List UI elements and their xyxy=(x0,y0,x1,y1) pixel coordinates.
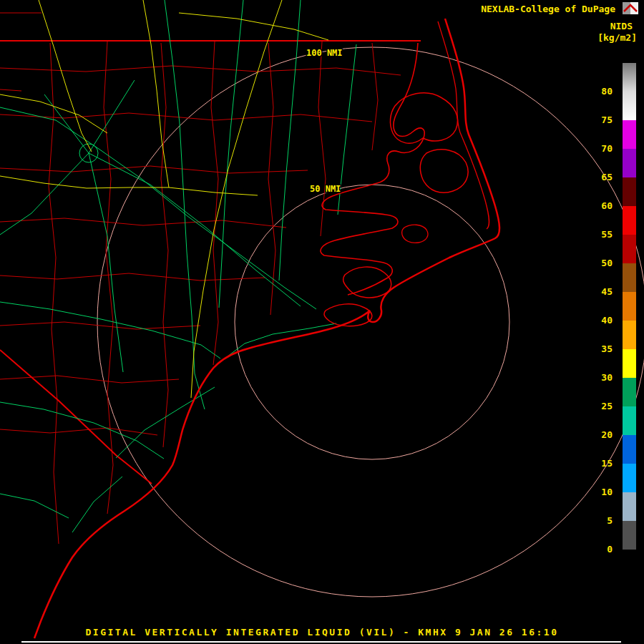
range-ring-label-50: 50 NMI xyxy=(310,184,341,194)
colorbar-segment-10-15 xyxy=(623,464,636,492)
brand-text: NEXLAB-College of DuPage xyxy=(481,4,615,14)
colorbar-tick-15: 15 xyxy=(601,458,613,469)
county-borders xyxy=(0,13,401,544)
sound-west-shore xyxy=(321,43,424,295)
colorbar-segment-25-30 xyxy=(623,378,636,406)
colorbar-tick-55: 55 xyxy=(601,229,613,240)
colorbar-segment-30-35 xyxy=(623,349,636,378)
radar-map: 100 NMI 50 NMI xyxy=(0,0,644,644)
colorbar-tick-40: 40 xyxy=(601,315,613,326)
product-title: DIGITAL VERTICALLY INTEGRATED LIQUID (VI… xyxy=(0,627,644,638)
footer-divider xyxy=(21,641,621,643)
colorbar-tick-80: 80 xyxy=(601,86,613,97)
sound-island-3 xyxy=(343,267,391,298)
colorbar-tick-70: 70 xyxy=(601,143,613,155)
colorbar-tick-65: 65 xyxy=(601,172,613,183)
colorbar-segment-15-20 xyxy=(623,435,636,464)
colorbar-segment-45-50 xyxy=(623,263,636,292)
state-border-southwest xyxy=(0,350,152,484)
colorbar-tick-10: 10 xyxy=(601,487,613,498)
colorbar-tick-20: 20 xyxy=(601,429,613,441)
colorbar-segment-20-25 xyxy=(623,406,636,435)
colorbar-tick-50: 50 xyxy=(601,258,613,269)
colorbar-segment-40-45 xyxy=(623,292,636,321)
product-label: NIDS xyxy=(610,21,633,31)
colorbar-tick-35: 35 xyxy=(601,343,613,355)
nexlab-flag-icon xyxy=(623,2,638,14)
units-label: [kg/m2] xyxy=(597,32,637,43)
state-borders xyxy=(0,41,421,484)
colorbar-segment-65-70 xyxy=(623,149,636,177)
colorbar-segment-0-5 xyxy=(623,521,636,550)
colorbar-tick-75: 75 xyxy=(601,114,613,126)
colorbar-tick-5: 5 xyxy=(607,515,613,527)
sound-island-2 xyxy=(420,150,468,192)
colorbar-segment-50-55 xyxy=(623,235,636,263)
colorbar-tick-60: 60 xyxy=(601,200,613,212)
colorbar-tick-30: 30 xyxy=(601,372,613,384)
colorbar-tick-0: 0 xyxy=(607,544,613,555)
colorbar-segment-above-80 xyxy=(623,63,636,92)
colorbar-tick-45: 45 xyxy=(601,286,613,298)
colorbar-segment-below-0 xyxy=(623,550,636,568)
colorbar-segment-70-75 xyxy=(623,120,636,149)
range-ring-label-100: 100 NMI xyxy=(306,48,343,58)
colorbar xyxy=(623,63,636,568)
shore-fragment xyxy=(402,225,428,243)
colorbar-tick-25: 25 xyxy=(601,401,613,412)
colorbar-segment-75-80 xyxy=(623,92,636,120)
banks-sound-side xyxy=(438,21,489,229)
primary-roads xyxy=(0,0,356,532)
colorbar-segment-55-60 xyxy=(623,206,636,235)
colorbar-segment-35-40 xyxy=(623,321,636,349)
colorbar-segment-60-65 xyxy=(623,177,636,206)
colorbar-segment-5-10 xyxy=(623,492,636,521)
